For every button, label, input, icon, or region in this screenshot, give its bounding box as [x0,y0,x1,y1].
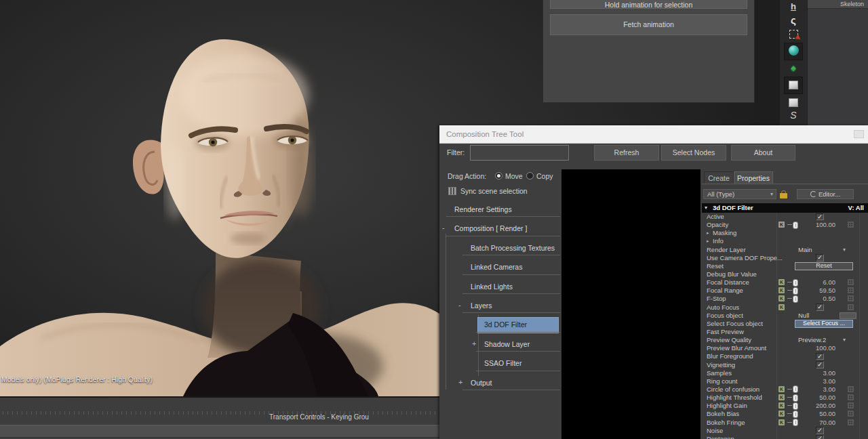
tree-item-3d-dof-filter[interactable]: 3d DOF Filter [441,316,560,335]
prop-row-active[interactable]: Active✓ [702,213,868,221]
timeline-grid-icon[interactable] [848,304,854,310]
prop-row-masking[interactable]: ▸Masking [702,229,868,237]
move-radio[interactable] [495,172,502,180]
prop-row-highlight-threshold[interactable]: Highlight ThresholdK50.00 [702,394,868,402]
prop-row-circle-of-confusion[interactable]: Circle of confusionK3.00 [702,385,868,394]
reset-button[interactable]: Reset [795,262,853,270]
prop-value[interactable]: 59.50 [795,287,835,295]
prop-value[interactable]: 70.00 [795,419,835,427]
tree-item-composition-render[interactable]: -Composition [ Render ] [441,220,560,239]
type-filter-dropdown[interactable]: All (Type)▾ [703,189,776,199]
prop-row-vignetting[interactable]: Vignetting✓ [702,361,868,369]
keyframe-k-icon[interactable]: K [778,295,785,301]
hold-animation-button[interactable]: Hold animation for selection [550,0,747,9]
timeline-grid-icon[interactable] [848,394,854,400]
prop-value[interactable]: 0.50 [795,295,835,303]
keyframe-k-icon[interactable]: K [778,402,785,409]
timeline-grid-icon[interactable] [848,411,854,417]
keyframe-k-icon[interactable]: K [778,419,785,425]
plant-icon[interactable]: ♠ [785,62,802,75]
prop-checkbox[interactable]: ✓ [816,353,824,360]
prop-row-render-layer[interactable]: Render LayerMain▾ [702,246,868,254]
marquee-select-icon[interactable] [785,28,802,41]
prop-checkbox[interactable]: ✓ [816,435,824,439]
prop-value[interactable]: 3.00 [795,369,835,377]
timeline-grid-icon[interactable] [848,386,854,392]
prop-row-auto-focus[interactable]: Auto FocusK✓ [702,304,868,312]
prop-row-samples[interactable]: Samples3.00 [702,369,868,377]
refresh-button[interactable]: Refresh [594,145,659,161]
spline-icon[interactable]: S [785,110,802,122]
prop-reference-value[interactable]: Null [798,312,809,320]
prop-row-info[interactable]: ▸Info [702,237,868,245]
timeline-grid-icon[interactable] [848,222,854,228]
fetch-animation-button[interactable]: Fetch animation [550,14,747,35]
expand-arrow-icon[interactable]: ▸ [707,237,709,245]
tree-expander-icon[interactable]: + [472,339,476,348]
tree-item-linked-lights[interactable]: Linked Lights [441,278,560,297]
tree-expander-icon[interactable]: + [458,378,462,386]
tree-expander-icon[interactable]: - [442,224,445,232]
prop-row-f-stop[interactable]: F-StopK0.50 [702,295,868,303]
timeline-grid-icon[interactable] [848,295,854,301]
prop-value[interactable]: 3.00 [795,385,835,394]
tree-item-ssao-filter[interactable]: SSAO Filter [441,355,560,374]
select-focus-object-button[interactable]: Select Focus ... [795,320,853,328]
timeline-grid-icon[interactable] [848,287,854,293]
select-nodes-button[interactable]: Select Nodes [661,145,726,161]
tab-properties[interactable]: Properties [734,171,773,184]
prop-value[interactable]: 50.00 [795,394,835,402]
prop-row-pentagon[interactable]: Pentagon✓ [702,435,868,439]
property-group-header[interactable]: ▾ 3d DOF Filter V: All [702,203,868,213]
tree-item-renderer-settings[interactable]: Renderer Settings [441,201,560,220]
timeline-grid-icon[interactable] [848,402,854,409]
editor-button[interactable]: Editor... [797,189,854,199]
keyframe-k-icon[interactable]: K [778,394,785,400]
about-button[interactable]: About [731,145,795,161]
prop-row-bokeh-bias[interactable]: Bokeh BiasK50.00 [702,410,868,418]
copy-radio[interactable] [526,172,534,180]
prop-row-select-focus-object[interactable]: Select Focus objectSelect Focus ... [702,320,868,328]
tree-item-output[interactable]: +Output [441,375,560,394]
prop-value[interactable]: 100.00 [795,344,835,352]
prop-row-highlight-gain[interactable]: Highlight GainK200.00 [702,402,868,410]
prop-checkbox[interactable]: ✓ [816,427,824,434]
prop-checkbox[interactable]: ✓ [816,213,824,221]
prop-row-opacity[interactable]: OpacityK100.00 [702,221,868,229]
tree-item-layers[interactable]: -Layers [441,297,560,316]
lock-icon[interactable] [780,190,787,198]
prop-value[interactable]: 200.00 [795,402,835,410]
tree-item-shadow-layer[interactable]: +Shadow Layer [441,336,560,355]
prop-row-use-camera-dof-prope[interactable]: Use Camera DOF Prope...✓ [702,254,868,262]
prop-value[interactable]: 3.00 [795,377,835,385]
prop-row-noise[interactable]: Noise✓ [702,427,868,435]
close-icon[interactable] [854,130,864,138]
keyframe-k-icon[interactable]: K [778,279,785,285]
prop-value[interactable]: 50.00 [795,410,835,418]
timeline-grid-icon[interactable] [848,279,854,285]
prop-value[interactable]: 100.00 [795,221,835,229]
prop-checkbox[interactable]: ✓ [816,361,824,369]
tree-item-batch-processing-textures[interactable]: Batch Processing Textures [441,240,560,259]
prop-value[interactable]: 6.00 [795,278,835,287]
window-titlebar[interactable]: Composition Tree Tool [439,125,868,144]
timeline-grid-icon[interactable] [848,419,854,425]
cube-icon[interactable] [784,77,803,94]
filter-input[interactable] [470,145,569,161]
keyframe-k-icon[interactable]: K [778,304,785,310]
prop-row-bokeh-fringe[interactable]: Bokeh FringeK70.00 [702,419,868,427]
keyframe-k-icon[interactable]: K [778,386,785,392]
keyframe-k-icon[interactable]: K [778,411,785,417]
keyframe-k-icon[interactable]: K [778,222,785,228]
prop-row-preview-blur-amount[interactable]: Preview Blur Amount100.00 [702,344,868,352]
tab-skeleton[interactable]: Skeleton [808,0,868,9]
prop-row-blur-foreground[interactable]: Blur Foreground✓ [702,352,868,360]
sync-scene-checkbox[interactable] [448,187,456,195]
tree-item-linked-cameras[interactable]: Linked Cameras [441,259,560,278]
prop-dropdown[interactable]: Main [798,246,812,254]
sphere-model-icon[interactable] [784,43,803,60]
prop-checkbox[interactable]: ✓ [816,254,824,262]
tree-expander-icon[interactable]: - [458,301,461,309]
tab-create[interactable]: Create [704,171,734,184]
prop-row-focal-distance[interactable]: Focal DistanceK6.00 [702,278,868,287]
